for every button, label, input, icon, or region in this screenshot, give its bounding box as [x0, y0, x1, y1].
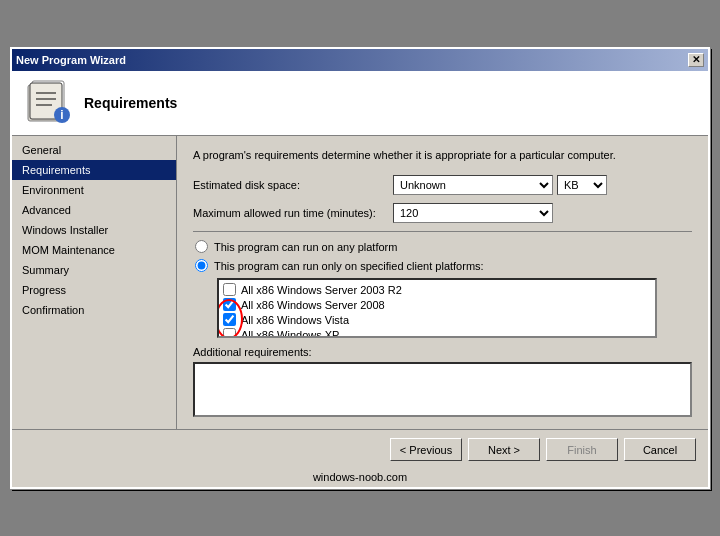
platform-label-2: All x86 Windows Vista — [241, 314, 349, 326]
runtime-row: Maximum allowed run time (minutes): 120 — [193, 203, 692, 223]
header-section: i Requirements — [12, 71, 708, 136]
sidebar-item-progress[interactable]: Progress — [12, 280, 176, 300]
dialog-body: i Requirements General Requirements Envi… — [12, 71, 708, 487]
next-button[interactable]: Next > — [468, 438, 540, 461]
sidebar: General Requirements Environment Advance… — [12, 136, 177, 429]
radio-any-platform[interactable] — [195, 240, 208, 253]
finish-button[interactable]: Finish — [546, 438, 618, 461]
disk-space-row: Estimated disk space: Unknown KB — [193, 175, 692, 195]
disk-space-unit-select[interactable]: KB — [557, 175, 607, 195]
main-content: A program's requirements determine wheth… — [177, 136, 708, 429]
runtime-select[interactable]: 120 — [393, 203, 553, 223]
platform-label-0: All x86 Windows Server 2003 R2 — [241, 284, 402, 296]
description-text: A program's requirements determine wheth… — [193, 148, 692, 163]
radio-any-label[interactable]: This program can run on any platform — [214, 241, 397, 253]
close-button[interactable]: ✕ — [688, 53, 704, 67]
runtime-label: Maximum allowed run time (minutes): — [193, 207, 393, 219]
platform-item-2: All x86 Windows Vista — [221, 312, 653, 327]
platform-item-0: All x86 Windows Server 2003 R2 — [221, 282, 653, 297]
additional-requirements-label: Additional requirements: — [193, 346, 692, 358]
svg-text:i: i — [60, 108, 63, 122]
disk-space-label: Estimated disk space: — [193, 179, 393, 191]
sidebar-item-environment[interactable]: Environment — [12, 180, 176, 200]
additional-requirements-input[interactable] — [193, 362, 692, 417]
sidebar-item-advanced[interactable]: Advanced — [12, 200, 176, 220]
previous-button[interactable]: < Previous — [390, 438, 462, 461]
sidebar-item-summary[interactable]: Summary — [12, 260, 176, 280]
sidebar-item-mom-maintenance[interactable]: MOM Maintenance — [12, 240, 176, 260]
additional-textarea-wrapper — [193, 362, 692, 417]
title-bar: New Program Wizard ✕ — [12, 49, 708, 71]
platform-item-1: All x86 Windows Server 2008 — [221, 297, 653, 312]
platforms-list: All x86 Windows Server 2003 R2 All x86 W… — [217, 278, 657, 338]
new-program-wizard-dialog: New Program Wizard ✕ i Requirements — [10, 47, 710, 489]
radio-any-platform-row: This program can run on any platform — [193, 240, 692, 253]
cancel-button[interactable]: Cancel — [624, 438, 696, 461]
platform-label-3: All x86 Windows XP — [241, 329, 339, 339]
platform-checkbox-0[interactable] — [223, 283, 236, 296]
platform-item-3: All x86 Windows XP — [221, 327, 653, 338]
platform-label-1: All x86 Windows Server 2008 — [241, 299, 385, 311]
radio-specified-platform-row: This program can run only on specified c… — [193, 259, 692, 272]
platform-checkbox-2[interactable] — [223, 313, 236, 326]
watermark: windows-noob.com — [12, 469, 708, 487]
content-area: General Requirements Environment Advance… — [12, 136, 708, 429]
runtime-controls: 120 — [393, 203, 553, 223]
dialog-title: New Program Wizard — [16, 54, 126, 66]
radio-specified-label[interactable]: This program can run only on specified c… — [214, 260, 484, 272]
sidebar-item-general[interactable]: General — [12, 140, 176, 160]
divider1 — [193, 231, 692, 232]
sidebar-item-windows-installer[interactable]: Windows Installer — [12, 220, 176, 240]
requirements-icon: i — [24, 79, 72, 127]
radio-specified-platform[interactable] — [195, 259, 208, 272]
sidebar-item-requirements[interactable]: Requirements — [12, 160, 176, 180]
sidebar-item-confirmation[interactable]: Confirmation — [12, 300, 176, 320]
disk-space-select[interactable]: Unknown — [393, 175, 553, 195]
platform-checkbox-3[interactable] — [223, 328, 236, 338]
disk-space-controls: Unknown KB — [393, 175, 607, 195]
platform-checkbox-1[interactable] — [223, 298, 236, 311]
header-title: Requirements — [84, 95, 177, 111]
footer-buttons: < Previous Next > Finish Cancel — [12, 429, 708, 469]
